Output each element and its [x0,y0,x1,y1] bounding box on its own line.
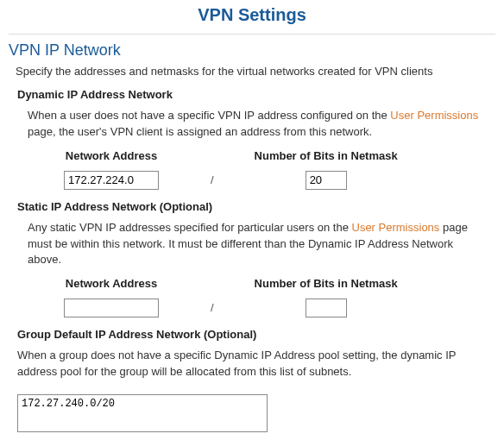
static-heading: Static IP Address Network (Optional) [17,200,495,213]
dynamic-addr-col: Network Address [38,149,185,190]
user-permissions-link[interactable]: User Permissions [390,109,478,122]
static-desc: Any static VPN IP addresses specified fo… [28,220,487,269]
section-title: VPN IP Network [9,41,495,60]
page-title: VPN Settings [9,0,495,34]
static-addr-input[interactable] [64,299,159,317]
dynamic-addr-input[interactable] [64,171,159,190]
static-field-row: Network Address / Number of Bits in Netm… [38,277,495,317]
dynamic-desc-post: page, the user's VPN client is assigned … [28,125,372,138]
dynamic-desc: When a user does not have a specific VPN… [28,108,487,141]
group-heading: Group Default IP Address Network (Option… [17,328,495,341]
dynamic-heading: Dynamic IP Address Network [17,88,495,101]
static-bits-label: Number of Bits in Netmask [255,277,398,290]
dynamic-bits-col: Number of Bits in Netmask [240,149,413,190]
section-desc: Specify the addresses and netmasks for t… [16,65,495,78]
divider [9,34,495,35]
slash-separator-static: / [185,301,240,317]
slash-separator: / [185,173,240,190]
dynamic-desc-pre: When a user does not have a specific VPN… [28,109,390,122]
dynamic-bits-label: Number of Bits in Netmask [255,149,398,162]
user-permissions-link-static[interactable]: User Permissions [352,221,440,234]
static-addr-col: Network Address [38,277,185,317]
group-subnets-textarea[interactable] [17,394,268,432]
group-desc: When a group does not have a specific Dy… [17,348,487,380]
static-desc-pre: Any static VPN IP addresses specified fo… [28,221,352,234]
static-bits-col: Number of Bits in Netmask [240,277,413,317]
static-bits-input[interactable] [306,299,347,317]
dynamic-addr-label: Network Address [66,149,157,162]
dynamic-bits-input[interactable] [306,171,347,190]
static-addr-label: Network Address [66,277,157,290]
dynamic-field-row: Network Address / Number of Bits in Netm… [38,149,495,190]
